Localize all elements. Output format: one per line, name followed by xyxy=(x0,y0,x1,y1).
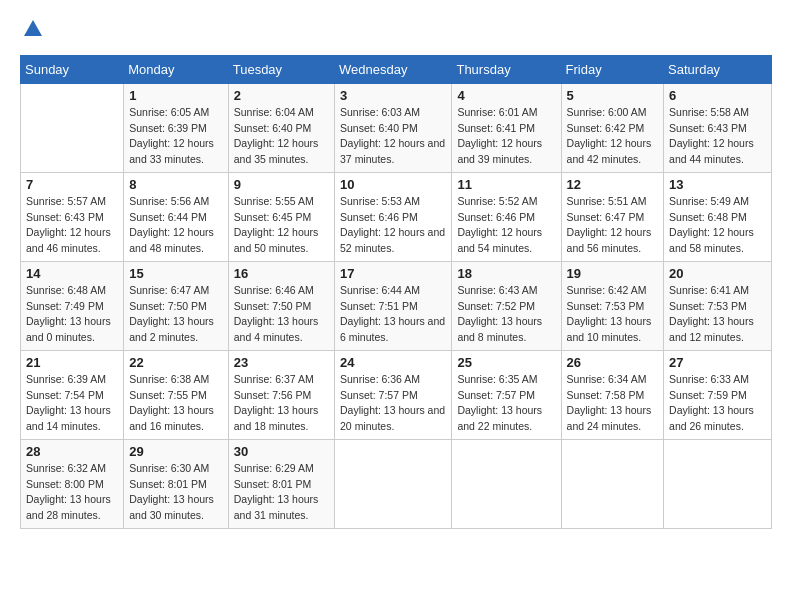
calendar-table: SundayMondayTuesdayWednesdayThursdayFrid… xyxy=(20,55,772,529)
calendar-cell: 28Sunrise: 6:32 AMSunset: 8:00 PMDayligh… xyxy=(21,439,124,528)
calendar-cell: 24Sunrise: 6:36 AMSunset: 7:57 PMDayligh… xyxy=(335,350,452,439)
logo-icon xyxy=(22,18,44,40)
day-info: Sunrise: 6:29 AMSunset: 8:01 PMDaylight:… xyxy=(234,461,329,524)
day-info: Sunrise: 6:34 AMSunset: 7:58 PMDaylight:… xyxy=(567,372,659,435)
day-info: Sunrise: 5:51 AMSunset: 6:47 PMDaylight:… xyxy=(567,194,659,257)
calendar-cell: 12Sunrise: 5:51 AMSunset: 6:47 PMDayligh… xyxy=(561,172,664,261)
day-number: 2 xyxy=(234,88,329,103)
day-info: Sunrise: 6:01 AMSunset: 6:41 PMDaylight:… xyxy=(457,105,555,168)
day-info: Sunrise: 6:03 AMSunset: 6:40 PMDaylight:… xyxy=(340,105,446,168)
calendar-week-row: 21Sunrise: 6:39 AMSunset: 7:54 PMDayligh… xyxy=(21,350,772,439)
day-info: Sunrise: 6:44 AMSunset: 7:51 PMDaylight:… xyxy=(340,283,446,346)
day-number: 1 xyxy=(129,88,222,103)
day-info: Sunrise: 5:57 AMSunset: 6:43 PMDaylight:… xyxy=(26,194,118,257)
day-info: Sunrise: 6:35 AMSunset: 7:57 PMDaylight:… xyxy=(457,372,555,435)
calendar-week-row: 1Sunrise: 6:05 AMSunset: 6:39 PMDaylight… xyxy=(21,83,772,172)
calendar-cell: 20Sunrise: 6:41 AMSunset: 7:53 PMDayligh… xyxy=(664,261,772,350)
day-info: Sunrise: 6:48 AMSunset: 7:49 PMDaylight:… xyxy=(26,283,118,346)
day-number: 28 xyxy=(26,444,118,459)
calendar-cell xyxy=(452,439,561,528)
day-number: 5 xyxy=(567,88,659,103)
day-number: 17 xyxy=(340,266,446,281)
day-info: Sunrise: 6:38 AMSunset: 7:55 PMDaylight:… xyxy=(129,372,222,435)
header-thursday: Thursday xyxy=(452,55,561,83)
calendar-cell: 23Sunrise: 6:37 AMSunset: 7:56 PMDayligh… xyxy=(228,350,334,439)
calendar-cell: 3Sunrise: 6:03 AMSunset: 6:40 PMDaylight… xyxy=(335,83,452,172)
day-number: 30 xyxy=(234,444,329,459)
calendar-cell: 6Sunrise: 5:58 AMSunset: 6:43 PMDaylight… xyxy=(664,83,772,172)
day-number: 15 xyxy=(129,266,222,281)
calendar-cell: 17Sunrise: 6:44 AMSunset: 7:51 PMDayligh… xyxy=(335,261,452,350)
calendar-cell xyxy=(335,439,452,528)
day-info: Sunrise: 5:58 AMSunset: 6:43 PMDaylight:… xyxy=(669,105,766,168)
day-number: 16 xyxy=(234,266,329,281)
day-number: 13 xyxy=(669,177,766,192)
page-header xyxy=(20,20,772,45)
calendar-cell: 9Sunrise: 5:55 AMSunset: 6:45 PMDaylight… xyxy=(228,172,334,261)
day-info: Sunrise: 6:37 AMSunset: 7:56 PMDaylight:… xyxy=(234,372,329,435)
day-number: 19 xyxy=(567,266,659,281)
calendar-cell: 14Sunrise: 6:48 AMSunset: 7:49 PMDayligh… xyxy=(21,261,124,350)
day-number: 9 xyxy=(234,177,329,192)
day-number: 27 xyxy=(669,355,766,370)
calendar-week-row: 28Sunrise: 6:32 AMSunset: 8:00 PMDayligh… xyxy=(21,439,772,528)
day-info: Sunrise: 6:36 AMSunset: 7:57 PMDaylight:… xyxy=(340,372,446,435)
calendar-week-row: 14Sunrise: 6:48 AMSunset: 7:49 PMDayligh… xyxy=(21,261,772,350)
header-saturday: Saturday xyxy=(664,55,772,83)
calendar-cell xyxy=(664,439,772,528)
day-number: 22 xyxy=(129,355,222,370)
header-wednesday: Wednesday xyxy=(335,55,452,83)
day-number: 18 xyxy=(457,266,555,281)
day-number: 8 xyxy=(129,177,222,192)
calendar-cell: 11Sunrise: 5:52 AMSunset: 6:46 PMDayligh… xyxy=(452,172,561,261)
day-info: Sunrise: 5:56 AMSunset: 6:44 PMDaylight:… xyxy=(129,194,222,257)
day-number: 11 xyxy=(457,177,555,192)
day-number: 24 xyxy=(340,355,446,370)
day-number: 14 xyxy=(26,266,118,281)
day-number: 7 xyxy=(26,177,118,192)
day-number: 26 xyxy=(567,355,659,370)
calendar-cell: 1Sunrise: 6:05 AMSunset: 6:39 PMDaylight… xyxy=(124,83,228,172)
day-info: Sunrise: 6:39 AMSunset: 7:54 PMDaylight:… xyxy=(26,372,118,435)
svg-marker-0 xyxy=(24,20,42,36)
day-info: Sunrise: 6:42 AMSunset: 7:53 PMDaylight:… xyxy=(567,283,659,346)
calendar-cell: 22Sunrise: 6:38 AMSunset: 7:55 PMDayligh… xyxy=(124,350,228,439)
day-info: Sunrise: 6:43 AMSunset: 7:52 PMDaylight:… xyxy=(457,283,555,346)
day-number: 6 xyxy=(669,88,766,103)
calendar-header-row: SundayMondayTuesdayWednesdayThursdayFrid… xyxy=(21,55,772,83)
calendar-cell: 4Sunrise: 6:01 AMSunset: 6:41 PMDaylight… xyxy=(452,83,561,172)
header-tuesday: Tuesday xyxy=(228,55,334,83)
header-friday: Friday xyxy=(561,55,664,83)
day-info: Sunrise: 6:33 AMSunset: 7:59 PMDaylight:… xyxy=(669,372,766,435)
day-number: 29 xyxy=(129,444,222,459)
day-number: 3 xyxy=(340,88,446,103)
calendar-cell: 21Sunrise: 6:39 AMSunset: 7:54 PMDayligh… xyxy=(21,350,124,439)
day-info: Sunrise: 6:32 AMSunset: 8:00 PMDaylight:… xyxy=(26,461,118,524)
calendar-cell: 13Sunrise: 5:49 AMSunset: 6:48 PMDayligh… xyxy=(664,172,772,261)
header-sunday: Sunday xyxy=(21,55,124,83)
calendar-cell: 25Sunrise: 6:35 AMSunset: 7:57 PMDayligh… xyxy=(452,350,561,439)
calendar-cell: 15Sunrise: 6:47 AMSunset: 7:50 PMDayligh… xyxy=(124,261,228,350)
calendar-cell: 8Sunrise: 5:56 AMSunset: 6:44 PMDaylight… xyxy=(124,172,228,261)
day-number: 4 xyxy=(457,88,555,103)
calendar-cell: 30Sunrise: 6:29 AMSunset: 8:01 PMDayligh… xyxy=(228,439,334,528)
day-number: 21 xyxy=(26,355,118,370)
day-info: Sunrise: 6:46 AMSunset: 7:50 PMDaylight:… xyxy=(234,283,329,346)
calendar-cell: 10Sunrise: 5:53 AMSunset: 6:46 PMDayligh… xyxy=(335,172,452,261)
day-info: Sunrise: 6:05 AMSunset: 6:39 PMDaylight:… xyxy=(129,105,222,168)
day-number: 10 xyxy=(340,177,446,192)
calendar-cell: 26Sunrise: 6:34 AMSunset: 7:58 PMDayligh… xyxy=(561,350,664,439)
header-monday: Monday xyxy=(124,55,228,83)
calendar-cell: 18Sunrise: 6:43 AMSunset: 7:52 PMDayligh… xyxy=(452,261,561,350)
day-number: 20 xyxy=(669,266,766,281)
calendar-cell: 7Sunrise: 5:57 AMSunset: 6:43 PMDaylight… xyxy=(21,172,124,261)
calendar-cell: 2Sunrise: 6:04 AMSunset: 6:40 PMDaylight… xyxy=(228,83,334,172)
day-info: Sunrise: 5:49 AMSunset: 6:48 PMDaylight:… xyxy=(669,194,766,257)
day-info: Sunrise: 5:55 AMSunset: 6:45 PMDaylight:… xyxy=(234,194,329,257)
calendar-cell: 19Sunrise: 6:42 AMSunset: 7:53 PMDayligh… xyxy=(561,261,664,350)
day-info: Sunrise: 5:52 AMSunset: 6:46 PMDaylight:… xyxy=(457,194,555,257)
day-info: Sunrise: 6:04 AMSunset: 6:40 PMDaylight:… xyxy=(234,105,329,168)
day-number: 12 xyxy=(567,177,659,192)
calendar-cell: 29Sunrise: 6:30 AMSunset: 8:01 PMDayligh… xyxy=(124,439,228,528)
calendar-cell: 16Sunrise: 6:46 AMSunset: 7:50 PMDayligh… xyxy=(228,261,334,350)
